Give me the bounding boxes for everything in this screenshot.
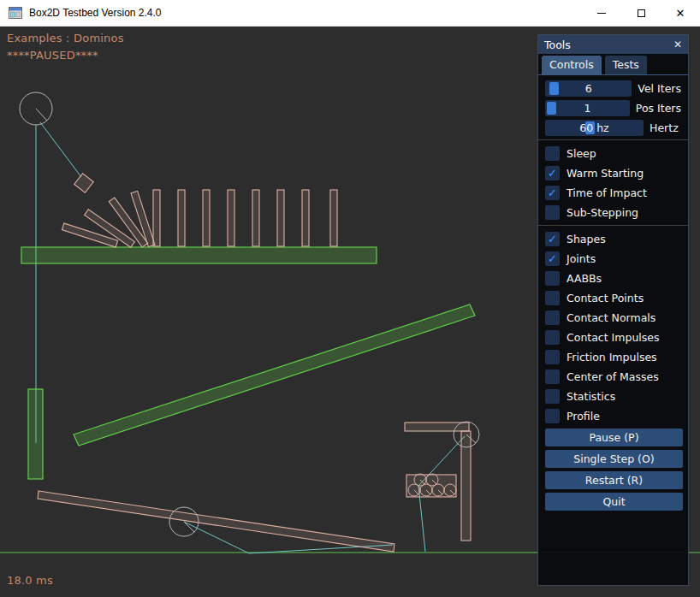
tools-panel-body: 6 Vel Iters 1 Pos Iters 60 hz Hertz [538, 75, 688, 511]
static-shapes [21, 247, 475, 479]
app-icon [9, 7, 22, 19]
vel-iters-label: Vel Iters [638, 82, 681, 95]
checkbox-box [545, 251, 560, 266]
vel-iters-row: 6 Vel Iters [545, 80, 681, 97]
checkbox-friction-impulses[interactable]: Friction Impulses [545, 350, 681, 364]
panel-close-icon[interactable]: ✕ [673, 38, 682, 50]
maximize-icon [638, 9, 645, 17]
checkbox-time-of-impact[interactable]: Time of Impact [545, 186, 681, 200]
checkbox-contact-normals[interactable]: Contact Normals [545, 310, 681, 325]
checkbox-box [545, 146, 560, 161]
hertz-row: 60 hz Hertz [545, 120, 681, 136]
example-label: Examples : Dominos [7, 32, 124, 44]
checkbox-center-of-masses[interactable]: Center of Masses [545, 369, 681, 384]
checkbox-joints[interactable]: Joints [545, 251, 681, 266]
checkbox-box [545, 350, 560, 364]
minimize-button[interactable] [582, 0, 621, 27]
checkbox-profile[interactable]: Profile [545, 409, 681, 423]
paused-label: ****PAUSED**** [7, 49, 98, 62]
checkbox-sub-stepping[interactable]: Sub-Stepping [545, 205, 681, 220]
tools-tab-bar: Controls Tests [538, 54, 688, 75]
checkbox-box [545, 186, 560, 200]
checkbox-sleep[interactable]: Sleep [545, 146, 681, 161]
window-title: Box2D Testbed Version 2.4.0 [29, 7, 582, 19]
separator [538, 225, 688, 226]
checkbox-box [545, 271, 560, 286]
restart-button[interactable]: Restart (R) [545, 471, 683, 489]
checkbox-box [545, 205, 560, 220]
window-controls: ✕ [582, 0, 700, 27]
pos-iters-grab[interactable] [547, 102, 556, 115]
checkbox-box [545, 310, 560, 325]
pivot-circles [20, 92, 479, 536]
tools-panel-titlebar[interactable]: Tools ✕ [538, 35, 688, 54]
dynamic-shapes [38, 174, 471, 552]
checkbox-box [545, 409, 560, 423]
hertz-slider[interactable]: 60 hz [545, 120, 644, 136]
minimize-icon [597, 13, 606, 14]
checkbox-contact-impulses[interactable]: Contact Impulses [545, 330, 681, 345]
frame-time-label: 18.0 ms [7, 574, 53, 587]
hertz-label: Hertz [650, 121, 679, 134]
maximize-button[interactable] [621, 0, 661, 27]
separator [538, 139, 688, 140]
pause-button[interactable]: Pause (P) [545, 429, 683, 446]
checkbox-shapes[interactable]: Shapes [545, 232, 681, 246]
close-button[interactable]: ✕ [661, 0, 700, 27]
checkbox-warm-starting[interactable]: Warm Starting [545, 166, 681, 180]
close-icon: ✕ [676, 7, 685, 20]
checkbox-box [545, 232, 560, 246]
tools-panel-title: Tools [544, 38, 571, 51]
tab-controls[interactable]: Controls [542, 56, 602, 74]
checkbox-box [545, 291, 560, 305]
tools-panel: Tools ✕ Controls Tests 6 Vel Iters 1 Pos… [537, 34, 689, 586]
vel-iters-grab[interactable] [549, 82, 559, 95]
quit-button[interactable]: Quit [545, 493, 683, 511]
titlebar[interactable]: Box2D Testbed Version 2.4.0 ✕ [0, 0, 700, 27]
pos-iters-slider[interactable]: 1 [545, 100, 630, 116]
checkbox-contact-points[interactable]: Contact Points [545, 291, 681, 305]
checkbox-box [545, 389, 560, 404]
single-step-button[interactable]: Single Step (O) [545, 450, 683, 468]
checkbox-box [545, 330, 560, 345]
physics-viewport[interactable]: Examples : Dominos ****PAUSED**** 18.0 m… [0, 27, 700, 597]
pos-iters-label: Pos Iters [636, 102, 681, 115]
checkbox-statistics[interactable]: Statistics [545, 389, 681, 404]
checkbox-box [545, 369, 560, 384]
checkbox-box [545, 166, 560, 180]
tab-tests[interactable]: Tests [605, 56, 647, 74]
pos-iters-row: 1 Pos Iters [545, 100, 681, 116]
checkbox-aabbs[interactable]: AABBs [545, 271, 681, 286]
vel-iters-slider[interactable]: 6 [545, 80, 632, 97]
